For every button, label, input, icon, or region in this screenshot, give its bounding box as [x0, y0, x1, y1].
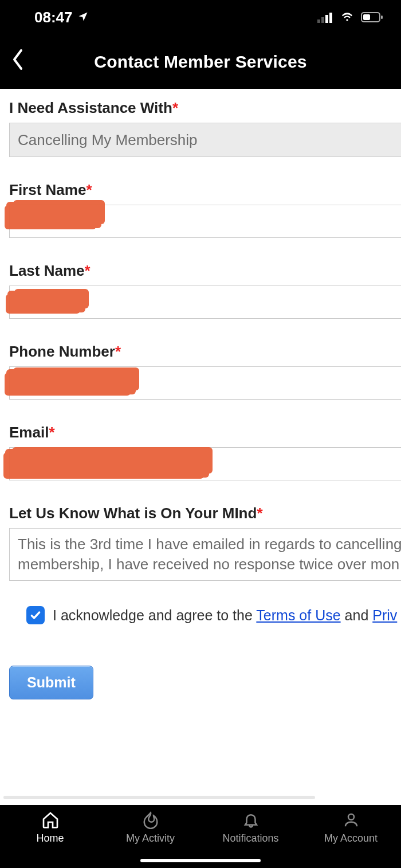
app-header: Contact Member Services: [0, 34, 401, 89]
mind-textarea[interactable]: This is the 3rd time I have emailed in r…: [9, 528, 401, 581]
email-input[interactable]: [18, 455, 393, 473]
tab-notifications[interactable]: Notifications: [200, 811, 301, 844]
tab-account[interactable]: My Account: [301, 811, 401, 844]
bell-icon: [242, 811, 260, 829]
email-field[interactable]: [9, 447, 401, 480]
phone-label: Phone Number*: [9, 343, 401, 361]
back-button[interactable]: [10, 48, 25, 73]
tab-label: Notifications: [222, 832, 278, 844]
first-name-field[interactable]: [9, 205, 401, 238]
assist-select[interactable]: Cancelling My Membership: [9, 123, 401, 157]
cell-signal-icon: [317, 11, 333, 23]
flame-icon: [142, 811, 159, 829]
last-name-input[interactable]: [18, 294, 393, 311]
page-title: Contact Member Services: [0, 52, 401, 72]
terms-link[interactable]: Terms of Use: [256, 607, 340, 623]
tab-home[interactable]: Home: [0, 811, 100, 844]
contact-form: I Need Assistance With* Cancelling My Me…: [0, 89, 401, 805]
svg-rect-1: [321, 17, 324, 23]
person-icon: [343, 811, 360, 829]
phone-field[interactable]: [9, 366, 401, 400]
svg-point-7: [348, 814, 354, 820]
first-name-input[interactable]: [18, 213, 393, 230]
submit-button[interactable]: Submit: [9, 666, 93, 699]
tab-label: My Activity: [126, 832, 175, 844]
tab-label: My Account: [324, 832, 378, 844]
tab-label: Home: [36, 832, 64, 844]
first-name-label: First Name*: [9, 181, 401, 199]
mind-label: Let Us Know What is On Your MInd*: [9, 505, 401, 522]
wifi-icon: [339, 11, 355, 23]
location-icon: [77, 9, 89, 26]
tab-activity[interactable]: My Activity: [100, 811, 200, 844]
svg-rect-5: [381, 15, 383, 19]
svg-rect-0: [317, 19, 320, 23]
horizontal-scroll-indicator: [3, 796, 315, 799]
last-name-label: Last Name*: [9, 262, 401, 280]
status-time: 08:47: [34, 9, 73, 26]
home-icon: [41, 811, 60, 829]
privacy-link[interactable]: Priv: [372, 607, 397, 623]
acknowledge-checkbox[interactable]: [26, 606, 45, 624]
acknowledge-row: I acknowledge and agree to the Terms of …: [9, 606, 401, 624]
acknowledge-text: I acknowledge and agree to the Terms of …: [53, 607, 397, 624]
svg-rect-6: [363, 14, 370, 20]
last-name-field[interactable]: [9, 286, 401, 319]
phone-input[interactable]: [18, 374, 393, 392]
home-indicator[interactable]: [140, 859, 261, 862]
assist-label: I Need Assistance With*: [9, 99, 401, 117]
status-bar: 08:47: [0, 0, 401, 34]
email-label: Email*: [9, 424, 401, 441]
battery-icon: [361, 11, 384, 23]
svg-rect-2: [325, 15, 328, 23]
svg-rect-3: [329, 13, 332, 23]
